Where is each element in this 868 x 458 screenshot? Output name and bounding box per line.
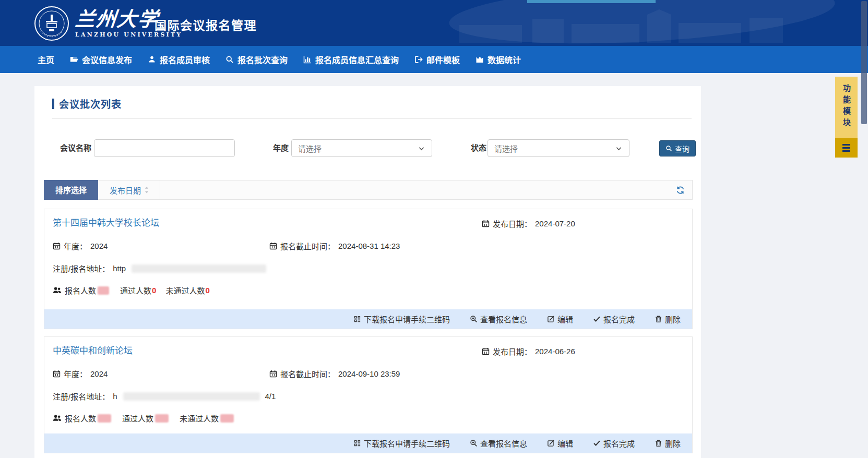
registered-count: 报名人数 (65, 285, 111, 296)
address-value: http (113, 264, 126, 273)
nav-item-data-statistics[interactable]: 数据统计 (475, 53, 521, 66)
trash-icon (655, 315, 662, 323)
search-button[interactable]: 查询 (659, 140, 696, 156)
calendar-icon (269, 370, 277, 378)
edit-button[interactable]: 编辑 (547, 314, 573, 324)
conference-title-link[interactable]: 第十四届中韩大学校长论坛 (53, 215, 159, 228)
divider (160, 180, 160, 200)
not-approved-label: 未通过人数 (165, 285, 205, 296)
sort-by-publish-date[interactable]: 发布日期 (110, 185, 149, 196)
deadline-label: 报名截止时间： (280, 240, 335, 251)
title-accent-bar (52, 99, 54, 109)
delete-button[interactable]: 删除 (655, 314, 681, 324)
year-row: 年度：2024 报名截止时间：2024-08-31 14:23 (53, 240, 108, 251)
conference-name-label: 会议名称 (60, 139, 91, 157)
complete-label: 报名完成 (603, 314, 635, 324)
function-module-widget[interactable]: 功能模块 (835, 77, 858, 158)
action-bar: 下载报名申请手续二维码 查看报名信息 编辑 报名完成 删除 (44, 433, 692, 453)
year-label: 年度： (64, 368, 87, 379)
address-value: h (113, 392, 117, 401)
qrcode-icon (353, 439, 361, 447)
nav-item-conference-publish[interactable]: 会议信息发布 (70, 53, 132, 66)
delete-label: 删除 (665, 314, 681, 324)
complete-button[interactable]: 报名完成 (593, 314, 635, 324)
sort-select-tab[interactable]: 排序选择 (44, 180, 98, 200)
check-icon (593, 315, 601, 323)
nav-label: 会议信息发布 (82, 53, 132, 66)
not-approved-label: 未通过人数 (180, 413, 219, 424)
delete-label: 删除 (665, 438, 681, 449)
registered-label: 报名人数 (65, 413, 96, 424)
download-qr-button[interactable]: 下载报名申请手续二维码 (353, 314, 450, 324)
year-label: 年度： (64, 240, 87, 251)
sort-option-label: 发布日期 (110, 185, 141, 196)
redacted-address (132, 264, 266, 273)
folder-open-icon (70, 55, 78, 64)
page-title: 会议批次列表 (59, 97, 122, 111)
year-row: 年度：2024 报名截止时间：2024-09-10 23:59 (53, 368, 108, 379)
publish-date-value: 2024-06-26 (535, 347, 575, 356)
redacted-count (220, 414, 234, 423)
year-value: 2024 (90, 369, 108, 378)
status-select-value: 请选择 (494, 143, 518, 154)
screen: 兰州大学 LANZHOU UNIVERSITY 国际会议报名管理 主页 会议信息… (0, 0, 868, 458)
status-select[interactable]: 请选择 (487, 139, 629, 157)
registered-label: 报名人数 (65, 285, 96, 296)
function-module-menu-button[interactable] (835, 138, 858, 158)
refresh-button[interactable] (676, 186, 685, 195)
bar-chart-icon (303, 55, 312, 64)
nav-item-email-template[interactable]: 邮件模板 (414, 53, 460, 66)
year-select[interactable]: 请选择 (291, 139, 432, 157)
nav-label: 报名成员信息汇总查询 (315, 53, 399, 66)
approved-label: 通过人数 (120, 285, 151, 296)
check-icon (593, 439, 601, 447)
sort-arrows-icon (144, 186, 149, 194)
view-info-label: 查看报名信息 (480, 314, 527, 324)
nav-item-member-summary-query[interactable]: 报名成员信息汇总查询 (303, 53, 399, 66)
calendar-icon (53, 370, 61, 378)
conference-item: 中英碳中和创新论坛 发布日期：2024-06-26 年度：2024 报名截止时间… (44, 336, 693, 453)
publish-date-label: 发布日期： (493, 218, 532, 229)
conference-name-input[interactable] (94, 139, 235, 157)
search-plus-icon (470, 315, 478, 323)
nav-item-member-review[interactable]: 报名成员审核 (148, 53, 210, 66)
nav-label: 主页 (38, 53, 54, 66)
download-qr-button[interactable]: 下载报名申请手续二维码 (353, 438, 450, 449)
publish-date-label: 发布日期： (493, 346, 532, 357)
search-icon (665, 145, 672, 152)
complete-button[interactable]: 报名完成 (593, 438, 635, 449)
view-info-button[interactable]: 查看报名信息 (470, 314, 527, 324)
redacted-count (98, 414, 111, 423)
redacted-count (98, 286, 109, 295)
edit-icon (547, 315, 555, 323)
download-qr-label: 下载报名申请手续二维码 (364, 438, 450, 449)
edit-button[interactable]: 编辑 (547, 438, 573, 449)
deadline: 报名截止时间：2024-08-31 14:23 (269, 240, 400, 251)
stats-row: 报名人数 通过人数 0 未通过人数 0 (53, 285, 216, 296)
function-module-tab[interactable]: 功能模块 (835, 77, 858, 138)
chevron-down-icon (418, 144, 425, 152)
conference-item: 第十四届中韩大学校长论坛 发布日期：2024-07-20 年度：2024 报名截… (44, 209, 693, 329)
delete-button[interactable]: 删除 (655, 438, 681, 449)
conference-title-link[interactable]: 中英碳中和创新论坛 (53, 343, 133, 356)
app-title: 国际会议报名管理 (154, 16, 257, 33)
scrollbar-thumb[interactable] (861, 1, 867, 124)
filter-row: 会议名称 年度 请选择 状态 请选择 查询 (34, 139, 701, 157)
address-label: 注册/报名地址： (53, 391, 110, 402)
search-icon (225, 55, 234, 64)
nav-item-batch-query[interactable]: 报名批次查询 (225, 53, 288, 66)
user-icon (148, 55, 156, 64)
year-value: 2024 (90, 242, 108, 250)
nav-item-home[interactable]: 主页 (38, 53, 54, 66)
sort-bar: 排序选择 发布日期 (44, 180, 693, 200)
approved-count: 通过人数 (122, 413, 170, 424)
action-bar: 下载报名申请手续二维码 查看报名信息 编辑 报名完成 删除 (44, 309, 692, 329)
not-approved-value: 0 (205, 286, 209, 295)
view-info-button[interactable]: 查看报名信息 (470, 438, 527, 449)
chevron-down-icon (615, 144, 623, 152)
approved-label: 通过人数 (122, 413, 153, 424)
publish-date: 发布日期：2024-07-20 (482, 218, 575, 229)
not-approved-count: 未通过人数 (180, 413, 235, 424)
status-label: 状态 (471, 139, 486, 157)
address-label: 注册/报名地址： (53, 263, 110, 274)
